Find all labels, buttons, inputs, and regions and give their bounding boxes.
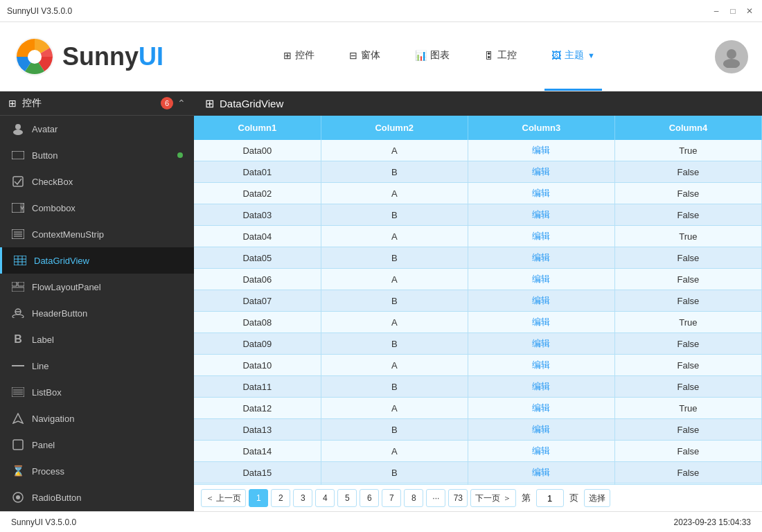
cell-13-2[interactable]: 编辑	[468, 419, 614, 441]
page-button-7[interactable]: 7	[382, 489, 401, 507]
sidebar-item-panel[interactable]: Panel	[0, 432, 194, 458]
select-page-button[interactable]: 选择	[584, 489, 610, 507]
panel-icon	[11, 280, 25, 294]
cell-15-0: Data15	[194, 462, 321, 484]
cell-3-3: False	[614, 204, 761, 226]
cell-7-2[interactable]: 编辑	[468, 290, 614, 312]
cell-9-1: B	[321, 333, 468, 355]
datagrid-table-wrap[interactable]: Column1 Column2 Column3 Column4 Data00A编…	[194, 116, 762, 484]
prev-page-button[interactable]: ＜ 上一页	[201, 489, 246, 507]
window-icon: ⊟	[349, 50, 357, 61]
table-row: Data07B编辑False	[194, 290, 762, 312]
sidebar-item-flowlayoutpanel[interactable]: FlowLayoutPanel	[0, 274, 194, 300]
avatar[interactable]	[715, 40, 748, 73]
button-dot	[177, 152, 183, 158]
table-row: Data13B编辑False	[194, 419, 762, 441]
page-button-1[interactable]: 1	[249, 489, 268, 507]
page-button-8[interactable]: 8	[404, 489, 423, 507]
cell-1-2[interactable]: 编辑	[468, 161, 614, 183]
statusbar-left: SunnyUI V3.5.0.0	[11, 517, 76, 527]
sidebar-item-avatar[interactable]: Avatar	[0, 116, 194, 142]
cell-7-0: Data07	[194, 290, 321, 312]
sidebar-item-process[interactable]: ⌛ Process	[0, 458, 194, 484]
cell-15-2[interactable]: 编辑	[468, 462, 614, 484]
cell-4-2[interactable]: 编辑	[468, 226, 614, 247]
sidebar-item-button[interactable]: Button	[0, 142, 194, 168]
page-button-6[interactable]: 6	[360, 489, 379, 507]
cell-0-2[interactable]: 编辑	[468, 140, 614, 161]
datagrid-wrap: Column1 Column2 Column3 Column4 Data00A编…	[194, 116, 762, 511]
sidebar-item-label[interactable]: B Label	[0, 326, 194, 353]
page-button-5[interactable]: 5	[337, 489, 357, 507]
svg-rect-21	[12, 287, 24, 292]
content: ⊞ DataGridView Column1 Column2 Column3 C…	[194, 91, 762, 511]
cell-5-1: B	[321, 247, 468, 269]
datagrid-table: Column1 Column2 Column3 Column4 Data00A编…	[194, 116, 762, 484]
page-input[interactable]	[536, 489, 564, 507]
cell-14-2[interactable]: 编辑	[468, 441, 614, 462]
grid-sidebar-icon: ⊞	[8, 98, 17, 109]
cell-4-1: A	[321, 226, 468, 247]
cell-5-3: False	[614, 247, 761, 269]
sidebar-item-checkbox[interactable]: CheckBox	[0, 168, 194, 195]
sidebar-item-datagridview[interactable]: DataGridView	[0, 247, 194, 274]
svg-rect-19	[12, 282, 17, 286]
chevron-up-icon[interactable]: ⌃	[177, 98, 186, 109]
cell-6-3: False	[614, 269, 761, 290]
cell-6-2[interactable]: 编辑	[468, 269, 614, 290]
nav-label-theme: 主题	[565, 49, 584, 62]
menu-icon	[11, 227, 25, 241]
close-button[interactable]: ✕	[744, 6, 755, 17]
nav-label-industrial: 工控	[497, 49, 517, 62]
next-page-button[interactable]: 下一页 ＞	[470, 489, 515, 507]
cell-8-2[interactable]: 编辑	[468, 312, 614, 333]
cell-5-2[interactable]: 编辑	[468, 247, 614, 269]
nav-item-windows[interactable]: ⊟ 窗体	[342, 22, 387, 91]
cell-2-2[interactable]: 编辑	[468, 183, 614, 204]
hourglass-icon: ⌛	[11, 464, 25, 478]
sidebar-item-scrollbar[interactable]: ScrollBar	[0, 511, 194, 511]
col-header-1: Column1	[194, 116, 321, 140]
cell-11-2[interactable]: 编辑	[468, 376, 614, 398]
maximize-button[interactable]: □	[727, 6, 738, 17]
page-button-ellipsis[interactable]: ···	[426, 489, 445, 507]
sidebar-scroll: Avatar Button CheckBox	[0, 116, 194, 511]
titlebar-controls: – □ ✕	[711, 6, 755, 17]
sidebar-item-navigation[interactable]: Navigation	[0, 405, 194, 432]
table-row: Data05B编辑False	[194, 247, 762, 269]
cell-9-2[interactable]: 编辑	[468, 333, 614, 355]
nav-item-controls[interactable]: ⊞ 控件	[276, 22, 321, 91]
cell-3-2[interactable]: 编辑	[468, 204, 614, 226]
cell-10-3: False	[614, 355, 761, 376]
cell-6-1: A	[321, 269, 468, 290]
sidebar-item-line[interactable]: Line	[0, 353, 194, 379]
sidebar-item-combobox[interactable]: Combobox	[0, 195, 194, 221]
table-row: Data01B编辑False	[194, 161, 762, 183]
grid-icon: ⊞	[283, 50, 292, 61]
page-button-4[interactable]: 4	[315, 489, 335, 507]
page-button-2[interactable]: 2	[271, 489, 290, 507]
nav-item-industrial[interactable]: 🎛 工控	[477, 22, 524, 91]
sidebar-item-contextmenustrip[interactable]: ContextMenuStrip	[0, 221, 194, 247]
sidebar-item-headerbutton[interactable]: HeaderButton	[0, 300, 194, 326]
cell-12-0: Data12	[194, 398, 321, 419]
bold-icon: B	[11, 332, 25, 346]
nav-label-controls: 控件	[295, 49, 314, 62]
cell-12-2[interactable]: 编辑	[468, 398, 614, 419]
square-icon	[11, 438, 25, 452]
cell-10-2[interactable]: 编辑	[468, 355, 614, 376]
sidebar-badge: 6	[161, 97, 173, 109]
person-icon	[11, 122, 25, 136]
sidebar-item-listbox[interactable]: ListBox	[0, 379, 194, 405]
sidebar-item-radiobutton[interactable]: RadioButton	[0, 484, 194, 511]
page-button-3[interactable]: 3	[293, 489, 312, 507]
page-button-73[interactable]: 73	[448, 489, 468, 507]
table-row: Data00A编辑True	[194, 140, 762, 161]
nav-item-theme[interactable]: 🖼 主题 ▼	[544, 22, 602, 91]
svg-point-3	[723, 59, 740, 68]
logo-ui: UI	[139, 42, 163, 71]
nav-item-charts[interactable]: 📊 图表	[408, 22, 457, 91]
minimize-button[interactable]: –	[711, 6, 722, 17]
monitor-icon: 🎛	[484, 50, 494, 61]
svg-point-4	[15, 124, 21, 130]
